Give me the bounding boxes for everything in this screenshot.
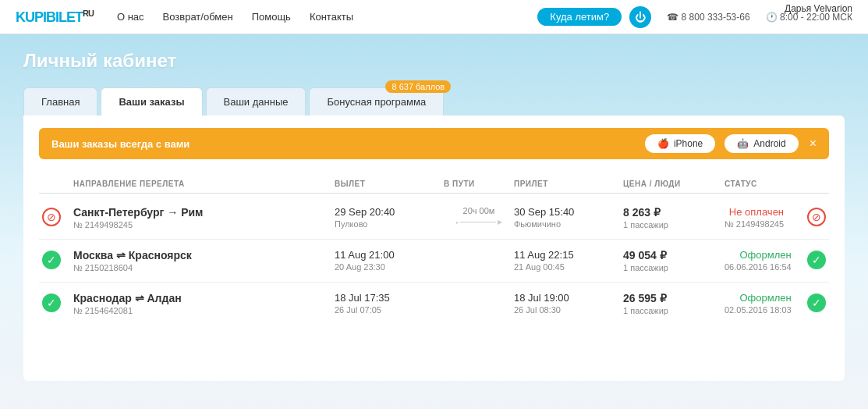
logo[interactable]: KUPIBILETRU: [16, 9, 94, 26]
route-text: Санкт-Петербург → Рим: [73, 206, 335, 219]
tab-bonus-label: Бонусная программа: [327, 96, 426, 108]
bonus-badge: 8 637 баллов: [385, 80, 451, 93]
power-button[interactable]: ⏻: [629, 6, 651, 28]
price-cell: 26 595 ₽ 1 пассажир: [623, 292, 725, 315]
status-cell: Оформлен 06.06.2016 16:54: [725, 249, 792, 272]
check-icon: ✓: [42, 251, 61, 269]
tab-bonus[interactable]: Бонусная программа 8 637 баллов: [309, 87, 444, 116]
status-cell: Оформлен 02.05.2016 18:03: [725, 292, 792, 315]
search-bar[interactable]: Куда летим?: [537, 8, 622, 26]
duration-line: [455, 219, 502, 226]
depart-time: 29 Sep 20:40 Пулково: [335, 206, 444, 229]
tabs-container: Главная Ваши заказы Ваши данные Бонусная…: [23, 87, 845, 116]
depart-time: 11 Aug 21:00 20 Aug 23:30: [335, 249, 444, 272]
price-cell: 8 263 ₽ 1 пассажир: [623, 206, 725, 229]
nav-links: О нас Возврат/обмен Помощь Контакты: [117, 11, 537, 23]
check-icon: ✓: [42, 293, 61, 312]
page-title: Личный кабинет: [23, 50, 845, 72]
iphone-button[interactable]: 🍎 iPhone: [645, 134, 715, 153]
col-depart: ВЫЛЕТ: [335, 180, 444, 188]
nav-contacts[interactable]: Контакты: [310, 11, 353, 23]
cancel-icon: ⊘: [42, 208, 61, 226]
android-button[interactable]: 🤖 Android: [725, 134, 798, 153]
content-area: Ваши заказы всегда с вами 🍎 iPhone 🤖 And…: [23, 116, 845, 381]
arrive-time: 18 Jul 19:00 26 Jul 08:30: [514, 292, 623, 315]
status-col: Оформлен 06.06.2016 16:54 ✓: [725, 249, 826, 272]
order-number: № 2154642081: [73, 306, 335, 315]
route-text: Москва ⇌ Красноярск: [73, 249, 335, 261]
nav-return[interactable]: Возврат/обмен: [163, 11, 233, 23]
price-cell: 49 054 ₽ 1 пассажир: [623, 249, 725, 272]
status-icon-left: ⊘: [42, 206, 73, 226]
apple-icon: 🍎: [657, 138, 669, 149]
search-placeholder: Куда летим?: [550, 11, 609, 23]
tab-main[interactable]: Главная: [23, 87, 97, 116]
status-col: Не оплачен № 2149498245 ⊘: [725, 206, 826, 229]
duration-cell: 20ч 00м: [444, 206, 514, 229]
nav-help[interactable]: Помощь: [252, 11, 291, 23]
status-icon-left: ✓: [42, 292, 73, 312]
col-price: ЦЕНА / ЛЮДИ: [623, 180, 725, 188]
col-icon: [42, 180, 73, 188]
status-icon-right: ✓: [807, 293, 826, 312]
arrive-time: 11 Aug 22:15 21 Aug 00:45: [514, 249, 623, 272]
depart-time: 18 Jul 17:35 26 Jul 07:05: [335, 292, 444, 315]
table-row: ✓ Москва ⇌ Красноярск № 2150218604 11 Au…: [39, 240, 829, 283]
phone-number: ☎ 8 800 333-53-66: [667, 12, 749, 23]
android-icon: 🤖: [737, 138, 749, 149]
table-row: ✓ Краснодар ⇌ Алдан № 2154642081 18 Jul …: [39, 283, 829, 325]
banner-text: Ваши заказы всегда с вами: [51, 138, 640, 150]
col-duration: В ПУТИ: [444, 180, 514, 188]
tab-data[interactable]: Ваши данные: [206, 87, 306, 116]
tab-orders[interactable]: Ваши заказы: [101, 87, 202, 116]
table-header: НАПРАВЛЕНИЕ ПЕРЕЛЕТА ВЫЛЕТ В ПУТИ ПРИЛЕТ…: [39, 175, 829, 194]
status-icon-left: ✓: [42, 249, 73, 269]
status-col: Оформлен 02.05.2016 18:03 ✓: [725, 292, 826, 315]
nav-about[interactable]: О нас: [117, 11, 144, 23]
col-arrive: ПРИЛЕТ: [514, 180, 623, 188]
order-number: № 2150218604: [73, 263, 335, 272]
user-name: Дарья Velvarion: [785, 3, 852, 14]
col-route: НАПРАВЛЕНИЕ ПЕРЕЛЕТА: [73, 180, 335, 188]
table-row: ⊘ Санкт-Петербург → Рим № 2149498245 29 …: [39, 197, 829, 240]
page-background: Личный кабинет Главная Ваши заказы Ваши …: [0, 34, 868, 409]
status-cell: Не оплачен № 2149498245: [725, 206, 784, 229]
route-info: Краснодар ⇌ Алдан № 2154642081: [73, 292, 335, 315]
header: KUPIBILETRU О нас Возврат/обмен Помощь К…: [0, 0, 868, 34]
col-status: СТАТУС: [725, 180, 826, 188]
order-number: № 2149498245: [73, 220, 335, 229]
route-text: Краснодар ⇌ Алдан: [73, 292, 335, 304]
status-icon-right: ⊘: [807, 208, 826, 226]
route-info: Москва ⇌ Красноярск № 2150218604: [73, 249, 335, 272]
arrive-time: 30 Sep 15:40 Фьюмичино: [514, 206, 623, 229]
status-icon-right: ✓: [807, 251, 826, 269]
logo-suffix: RU: [83, 9, 94, 18]
app-banner: Ваши заказы всегда с вами 🍎 iPhone 🤖 And…: [39, 128, 829, 159]
route-info: Санкт-Петербург → Рим № 2149498245: [73, 206, 335, 229]
banner-close-button[interactable]: ×: [810, 137, 817, 151]
